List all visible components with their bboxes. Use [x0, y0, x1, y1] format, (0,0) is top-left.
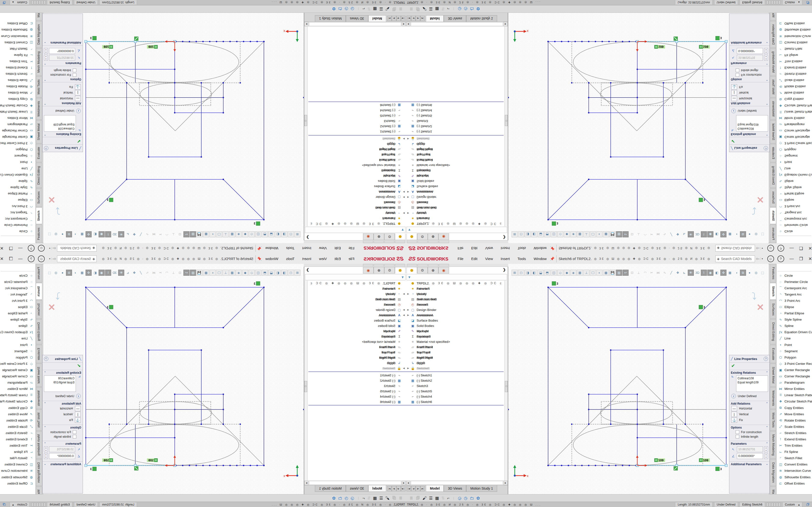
command-tab[interactable]: Mold Tools	[770, 409, 776, 431]
restore-button[interactable]: ❐	[9, 256, 13, 262]
status-units-dropdown[interactable]: Custom▴	[782, 502, 802, 507]
option-checkbox-row[interactable]: For construction	[735, 73, 768, 77]
relation-entry[interactable]: Equal length109	[45, 381, 74, 385]
search-cad-models-box[interactable]: ◈ Search CAD Models	[715, 245, 755, 252]
tree-row[interactable]: ▱ Top PlaneTop Plane	[308, 350, 406, 355]
status-units-dropdown[interactable]: Custom▴	[10, 502, 30, 507]
sketch-menu-item[interactable]: ◌ Perimeter Circle	[0, 279, 36, 285]
sketch-menu-item[interactable]: ○ Circle	[0, 228, 36, 235]
manager-tab[interactable]: ⚙	[384, 267, 395, 274]
sketch-menu-item[interactable]: ⤢ Scale Entities	[0, 424, 36, 430]
settings-gear-icon[interactable]: ✿	[332, 496, 336, 501]
tree-row[interactable]: ▶ ▢ Design BinderDesign Binder	[308, 194, 406, 200]
sketch-menu-item[interactable]: ◌ Perimeter Circle	[0, 222, 36, 228]
command-tab[interactable]: Direct Editing	[770, 163, 776, 187]
angle-value-field[interactable]: 0.00000000°	[737, 48, 763, 54]
sketch-menu-item[interactable]: ❖ Circular Sketch Pattern	[0, 102, 36, 109]
command-tab[interactable]: Mold Tools	[770, 76, 776, 98]
tree-root-row[interactable]: ⬢ TRPDL2. ◎ 3Ɛ ◎ Ш ◎ ◎ ◎ ✚ ◎ ƆC ◎ 3Ɛ ◎ ·…	[308, 281, 406, 286]
add-relation-button[interactable]: ❘Vertical	[44, 412, 81, 417]
tree-row[interactable]: ▶ 🔒 SketchesSketches	[308, 365, 406, 371]
sketch-menu-item[interactable]: ▱ Parallelogram	[776, 380, 812, 386]
document-tab[interactable]: 3D Views	[444, 15, 466, 22]
settings-gear-icon[interactable]: ✿	[476, 6, 480, 11]
tree-row[interactable]: ▶ ▢ Design BinderDesign Binder	[308, 307, 406, 313]
sketch-menu-item[interactable]: ⌙ Fit Spline	[0, 52, 36, 58]
expand-arrow-icon[interactable]: ▶	[406, 293, 410, 295]
tree-row[interactable]: ★ FavoritesFavorites	[308, 286, 406, 291]
checkbox[interactable]	[73, 435, 77, 439]
search-dropdown-icon[interactable]: ▾	[48, 247, 51, 249]
command-tab[interactable]: Evaluate	[770, 144, 776, 163]
command-tab[interactable]: Evaluate	[36, 345, 42, 363]
close-button[interactable]: ✕	[0, 256, 4, 262]
angle-value-field[interactable]: 0.00000000°	[737, 453, 763, 459]
add-relation-button[interactable]: ❘Vertical	[44, 90, 81, 95]
menu-item[interactable]: Tools	[283, 256, 298, 262]
manager-tab[interactable]: ⊕	[373, 233, 384, 240]
sketch-menu-item[interactable]: ◜ Sketch Fillet	[0, 46, 36, 52]
tree-sketch-row[interactable]: ⌐ (-) Sketch5	[308, 113, 406, 119]
tree-row[interactable]: ▱ Top PlaneTop Plane	[406, 350, 504, 355]
sketch-menu-item[interactable]: ❖ Circular Sketch Pattern	[776, 102, 812, 109]
close-button[interactable]: ✕	[808, 256, 812, 262]
document-tab[interactable]: Model	[368, 15, 386, 22]
sketch-menu-item[interactable]: ▪ Point	[776, 342, 812, 348]
menu-item[interactable]: Insert	[299, 256, 314, 262]
search-dropdown-icon[interactable]: ▾	[48, 258, 51, 260]
sketch-menu-item[interactable]: ▭ Corner Rectangle	[776, 373, 812, 380]
tree-sketch-row[interactable]: ⌐ (-) Sketch4	[406, 108, 504, 113]
sketch-menu-item[interactable]: ◇ 3 Point Center Recta...	[776, 360, 812, 367]
sketch-menu-item[interactable]: ◝ Tangent Arc	[776, 291, 812, 297]
paintbrush-icon[interactable]: 🖌	[386, 6, 390, 11]
tree-row[interactable]: ◴ SensorsSensors	[406, 302, 504, 307]
pin-icon[interactable]: 📌	[550, 257, 555, 261]
sketch-menu-item[interactable]: ◠ 3 Point Arc	[776, 203, 812, 210]
expand-arrow-icon[interactable]: ▶	[402, 308, 406, 311]
tree-sketch-row[interactable]: ⌐ (-) Sketch4	[406, 394, 504, 399]
relations-listbox[interactable]: Collinear108 Equal length109	[44, 115, 76, 131]
sketch-menu-item[interactable]: ▭ Corner Rectangle	[776, 127, 812, 134]
document-tab[interactable]: Model	[426, 485, 444, 492]
panel-help-icon[interactable]: ?	[44, 146, 48, 151]
user-account-icon[interactable]: ☺	[767, 245, 774, 252]
command-tab[interactable]: Data Migration	[36, 459, 42, 486]
scrollbar-thumb[interactable]	[304, 381, 307, 392]
sketch-menu-item[interactable]: ◜ Sketch Fillet	[776, 455, 812, 461]
sketch-menu-item[interactable]: ▣ Center Rectangle	[0, 367, 36, 373]
expand-arrow-icon[interactable]: ▶	[402, 191, 406, 193]
sketch-menu-item[interactable]: ▭ Corner Rectangle	[0, 127, 36, 134]
tree-row[interactable]: ▱ Front PlaneFront Plane	[308, 157, 406, 163]
tree-row[interactable]: ↳ OriginOrigin	[308, 360, 406, 365]
tree-row[interactable]: ◪ Surface BodiesSurface Bodies	[406, 318, 504, 323]
sketch-menu-item[interactable]: ∿ Style Spline	[776, 317, 812, 323]
angle-value-field[interactable]: 0.00000000°	[49, 453, 75, 459]
status-units-dropdown[interactable]: Custom▴	[10, 0, 30, 5]
sketch-menu-item[interactable]: ⌒ Centerpoint Arc	[0, 216, 36, 222]
relation-entry[interactable]: Equal length109	[738, 381, 767, 385]
manager-tab[interactable]: ⬢	[395, 233, 406, 240]
filter-disabled-icon[interactable]: ⇅	[367, 496, 370, 501]
manager-tab[interactable]: ⊕	[428, 233, 439, 240]
sketch-menu-item[interactable]: ↗ Move Entities	[0, 90, 36, 96]
sketch-menu-item[interactable]: ⟲ Rotate Entities	[0, 417, 36, 424]
document-tab[interactable]: 3D Views	[346, 15, 368, 22]
search-icon[interactable]: ○-	[755, 246, 761, 250]
command-tab[interactable]: Surfaces	[770, 188, 776, 207]
tree-root-row[interactable]: ⬢ TRPDL2. ◎ 3Ɛ ◎ Ш ◎ ◎ ◎ ✚ ◎ ƆC ◎ 3Ɛ ◎ ·…	[406, 281, 504, 286]
tree-filter-input[interactable]: ▼	[305, 274, 406, 280]
status-units-dropdown[interactable]: Custom▴	[782, 0, 802, 5]
tree-row[interactable]: ▶ A AnnotationsAnnotations	[406, 189, 504, 194]
sketch-menu-item[interactable]: ✂ Trim Entities	[776, 443, 812, 449]
menu-item[interactable]: File	[346, 256, 357, 262]
tab-nav-buttons[interactable]: |◀◀▶▶|	[406, 486, 425, 491]
sketch-menu-item[interactable]: ƒx Equation Driven Curve	[0, 329, 36, 335]
command-tab[interactable]: Surfaces	[770, 300, 776, 319]
tree-row[interactable]: ▶ ◔ HistoryHistory	[308, 211, 406, 216]
minimize-button[interactable]: —	[790, 246, 794, 251]
sketch-menu-item[interactable]: ✂ Trim Entities	[776, 58, 812, 64]
option-checkbox-row[interactable]: For construction	[735, 430, 768, 434]
search-icon[interactable]: ○-	[51, 246, 57, 250]
sketch-menu-item[interactable]: ↗ Move Entities	[776, 411, 812, 417]
tree-row[interactable]: ▶ ◔ HistoryHistory	[406, 211, 504, 216]
